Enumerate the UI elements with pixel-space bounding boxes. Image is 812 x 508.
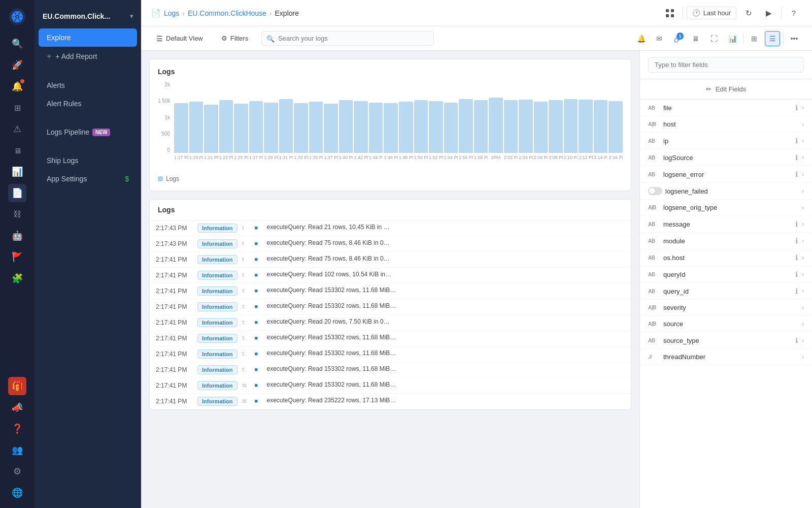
nav-alerts[interactable]: Alerts [39,76,137,94]
table-row[interactable]: 2:17:41 PM Information t: ■ executeQuery… [150,299,631,315]
sidebar-alert[interactable]: 🔔 [8,77,26,96]
chart-bar[interactable] [354,101,368,153]
chart-bar[interactable] [204,105,218,153]
sidebar-settings[interactable]: ⚙ [8,462,26,481]
chart-bar[interactable] [189,102,204,153]
field-item[interactable]: A|B host › [640,116,812,133]
nav-app-settings[interactable]: App Settings $ [39,170,137,188]
field-info-icon[interactable]: ℹ [795,237,798,245]
field-info-icon[interactable]: ℹ [795,336,798,344]
field-item[interactable]: AB logSource ℹ › [640,149,812,166]
chart-bar[interactable] [294,103,308,153]
table-row[interactable]: 2:17:41 PM Information ts ■ executeQuery… [150,378,631,394]
fullscreen-btn[interactable]: ⛶ [706,31,722,46]
sidebar-globe[interactable]: 🌐 [8,484,26,502]
field-info-icon[interactable]: ℹ [795,153,798,162]
sidebar-team[interactable]: 👥 [8,441,26,459]
field-type-toggle[interactable] [648,187,662,195]
chart-bar[interactable] [174,103,188,153]
sidebar-megaphone[interactable]: 📣 [8,398,26,417]
field-chevron-icon[interactable]: › [802,171,804,178]
sidebar-integration[interactable]: ⛓ [8,205,26,224]
field-info-icon[interactable]: ℹ [795,220,798,228]
sidebar-gift[interactable]: 🎁 [8,377,26,395]
field-chevron-icon[interactable]: › [802,137,804,144]
field-chevron-icon[interactable]: › [802,254,804,261]
table-btn[interactable]: ☰ [765,31,780,46]
field-info-icon[interactable]: ℹ [795,170,798,178]
chart-bar[interactable] [219,100,233,153]
sidebar-warning[interactable]: ⚠ [8,120,26,138]
apps-grid-icon[interactable] [662,5,678,21]
bar-chart-btn[interactable]: 📊 [725,31,740,46]
sidebar-logs[interactable]: 📄 [8,184,26,202]
table-row[interactable]: 2:17:41 PM Information t ■ executeQuery:… [150,252,631,268]
chart-bar[interactable] [534,102,548,153]
field-item[interactable]: AB module ℹ › [640,233,812,249]
screen-btn[interactable]: 🖥 [688,31,703,46]
default-view-btn[interactable]: ☰ Default View [151,31,208,46]
nav-alert-rules[interactable]: Alert Rules [39,94,137,113]
table-row[interactable]: 2:17:41 PM Information t: ■ executeQuery… [150,331,631,346]
chart-bar[interactable] [608,101,623,153]
bell-btn[interactable]: 🔔 [633,31,649,46]
chart-bar[interactable] [429,101,443,153]
chart-bar[interactable] [459,99,473,153]
chart-bar[interactable] [549,100,563,153]
more-btn[interactable]: ••• [787,31,802,46]
chart-bar[interactable] [579,100,593,153]
chart-bar[interactable] [474,100,488,153]
field-chevron-icon[interactable]: › [802,321,804,328]
link-btn[interactable]: 🔗 1 [670,31,685,46]
field-item[interactable]: AB os.host ℹ › [640,249,812,266]
chart-bar[interactable] [564,99,578,153]
field-chevron-icon[interactable]: › [802,220,804,228]
chart-bar[interactable] [519,100,533,153]
field-chevron-icon[interactable]: › [802,154,804,161]
chart-bar[interactable] [504,100,518,153]
table-row[interactable]: 2:17:43 PM Information t ■ executeQuery:… [150,220,631,236]
sidebar-monitor[interactable]: 🖥 [8,141,26,160]
table-row[interactable]: 2:17:41 PM Information t ■ executeQuery:… [150,268,631,283]
breadcrumb-app[interactable]: EU.Common.ClickHouse [188,9,266,17]
field-chevron-icon[interactable]: › [802,304,804,311]
field-info-icon[interactable]: ℹ [795,270,798,278]
play-button[interactable]: ▶ [761,5,777,21]
table-row[interactable]: 2:17:41 PM Information ts ■ executeQuery… [150,394,631,409]
table-row[interactable]: 2:17:41 PM Information t: ■ executeQuery… [150,346,631,362]
chart-bar[interactable] [399,102,413,153]
chart-bar[interactable] [324,104,338,153]
field-chevron-icon[interactable]: › [802,337,804,344]
chart-bar[interactable] [249,101,263,153]
time-range-selector[interactable]: 🕐 Last hour [687,7,736,19]
field-info-icon[interactable]: ℹ [795,253,798,262]
sidebar-rocket[interactable]: 🚀 [8,56,26,74]
field-item[interactable]: AB query_id ℹ › [640,283,812,300]
field-item[interactable]: A|B severity › [640,300,812,316]
field-chevron-icon[interactable]: › [802,187,804,195]
chart-bar[interactable] [489,98,503,153]
edit-fields-btn[interactable]: ✏ Edit Fields [640,79,812,100]
field-info-icon[interactable]: ℹ [795,104,798,112]
field-item[interactable]: .# threadNumber › [640,349,812,365]
chart-bar[interactable] [384,103,398,153]
field-chevron-icon[interactable]: › [802,288,804,295]
mail-btn[interactable]: ✉ [652,31,667,46]
columns-btn[interactable]: ⊞ [747,31,762,46]
help-button[interactable]: ? [786,5,802,21]
field-chevron-icon[interactable]: › [802,237,804,244]
chart-bar[interactable] [339,100,353,153]
field-item[interactable]: AB file ℹ › [640,100,812,116]
field-chevron-icon[interactable]: › [802,104,804,111]
table-row[interactable]: 2:17:41 PM Information t: ■ executeQuery… [150,315,631,331]
chart-bar[interactable] [414,100,428,153]
chart-bar[interactable] [594,100,608,153]
field-info-icon[interactable]: ℹ [795,137,798,145]
field-item[interactable]: AB ip ℹ › [640,133,812,149]
chart-bar[interactable] [309,102,323,153]
nav-ship-logs[interactable]: Ship Logs [39,151,137,170]
chart-bar[interactable] [264,103,278,153]
chart-bar[interactable] [444,103,458,153]
breadcrumb-logs[interactable]: Logs [164,9,179,17]
field-chevron-icon[interactable]: › [802,121,804,128]
